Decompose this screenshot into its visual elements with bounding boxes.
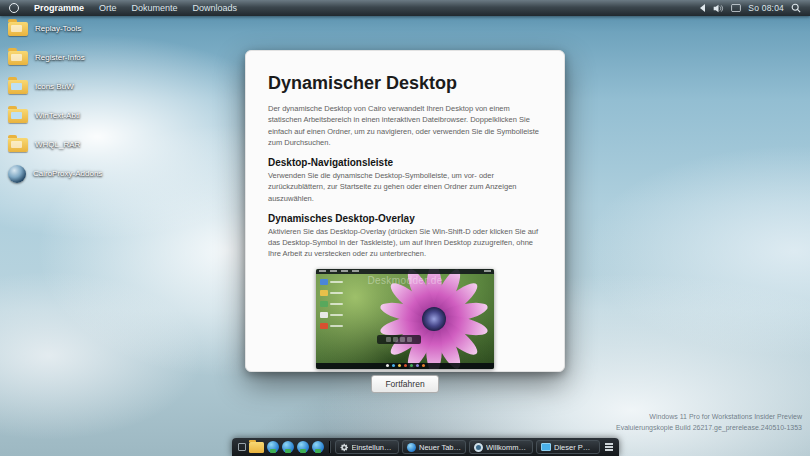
folder-icon — [8, 22, 28, 36]
continue-button[interactable]: Fortfahren — [371, 375, 438, 393]
folder-icon — [8, 51, 28, 65]
preview-taskbar — [316, 363, 494, 369]
dynamic-desktop-dialog: Dynamischer Desktop Der dynamische Deskt… — [245, 50, 565, 372]
desktop-screen: Programme Orte Dokumente Downloads So 08… — [0, 0, 810, 456]
taskbar-separator — [329, 441, 330, 453]
desktop-icon-replay-tools[interactable]: Replay-Tools — [8, 20, 102, 37]
desktop-icon-icons-buw[interactable]: Icons BuW — [8, 78, 102, 95]
menu-programme[interactable]: Programme — [34, 0, 84, 16]
show-desktop-icon[interactable] — [238, 443, 246, 451]
desktop-icon-label: CairoProxy-Addons — [33, 169, 102, 178]
preview-navigation-toolbar — [377, 335, 421, 344]
desktop-icon-cairo-addons[interactable]: CairoProxy-Addons — [8, 165, 102, 182]
cairo-menu-icon[interactable] — [9, 3, 19, 13]
computer-icon — [541, 443, 551, 451]
task-button-browser-tab[interactable]: Neuer Tab - Persö… — [402, 440, 466, 454]
preview-menu-bar — [316, 269, 494, 274]
desktop-preview-image: Deskmodder.de — [316, 269, 494, 369]
section-body-overlay: Aktivieren Sie das Desktop-Overlay (drüc… — [268, 226, 542, 260]
clock[interactable]: So 08:04 — [748, 3, 784, 13]
folder-icon — [8, 80, 28, 94]
app-icon[interactable] — [297, 441, 309, 453]
menu-dokumente[interactable]: Dokumente — [132, 0, 178, 16]
browser-tab-icon — [407, 443, 416, 452]
desktop-icon-label: WHQL_RAR — [35, 140, 80, 149]
menu-orte[interactable]: Orte — [99, 0, 117, 16]
welcome-ring-icon — [474, 443, 483, 452]
keyboard-layout-icon[interactable] — [731, 4, 741, 12]
hamburger-menu-icon[interactable] — [605, 443, 613, 451]
app-icon[interactable] — [267, 441, 279, 453]
windows-watermark: Windows 11 Pro for Workstations Insider … — [616, 412, 802, 434]
section-body-navbar: Verwenden Sie die dynamische Desktop-Sym… — [268, 170, 542, 204]
app-icon[interactable] — [312, 441, 324, 453]
desktop-icon-label: Icons BuW — [35, 82, 74, 91]
task-button-label: Willkommen zu C… — [486, 443, 528, 452]
task-button-label: Einstellungen — [352, 443, 395, 452]
section-heading-overlay: Dynamisches Desktop-Overlay — [268, 213, 542, 224]
cairo-menu-bar: Programme Orte Dokumente Downloads So 08… — [0, 0, 810, 16]
app-icon[interactable] — [282, 441, 294, 453]
dialog-title: Dynamischer Desktop — [268, 73, 542, 94]
cairo-ring-icon — [8, 165, 26, 183]
desktop-icon-column: Replay-Tools Register-Infos Icons BuW Wi… — [8, 20, 102, 182]
preview-desktop-icons — [320, 279, 343, 329]
watermark-line2: Evaluierungskopie Build 26217.ge_prerele… — [616, 423, 802, 434]
task-button-explorer[interactable]: Dieser PC - Datei… — [536, 440, 600, 454]
desktop-icon-label: Replay-Tools — [35, 24, 81, 33]
taskbar: Einstellungen Neuer Tab - Persö… Willkom… — [232, 438, 619, 456]
menu-bar-left: Programme Orte Dokumente Downloads — [9, 0, 237, 16]
task-button-settings[interactable]: Einstellungen — [335, 440, 399, 454]
search-icon[interactable] — [791, 3, 801, 13]
menu-downloads[interactable]: Downloads — [193, 0, 238, 16]
watermark-line1: Windows 11 Pro for Workstations Insider … — [616, 412, 802, 423]
desktop-icon-label: Register-Infos — [35, 53, 85, 62]
desktop-icon-label: WinText-Abtl — [35, 111, 80, 120]
gear-icon — [340, 443, 349, 452]
desktop-icon-whql-rar[interactable]: WHQL_RAR — [8, 136, 102, 153]
dialog-intro: Der dynamische Desktop von Cairo verwand… — [268, 103, 542, 148]
section-heading-navbar: Desktop-Navigationsleiste — [268, 157, 542, 168]
task-button-label: Dieser PC - Datei… — [554, 443, 595, 452]
volume-icon[interactable] — [713, 4, 724, 13]
tray-expander-icon[interactable] — [699, 4, 706, 12]
task-button-label: Neuer Tab - Persö… — [419, 443, 461, 452]
task-button-welcome[interactable]: Willkommen zu C… — [469, 440, 533, 454]
folder-icon — [8, 138, 28, 152]
folder-icon[interactable] — [249, 442, 264, 453]
desktop-icon-wintext[interactable]: WinText-Abtl — [8, 107, 102, 124]
desktop-icon-register-infos[interactable]: Register-Infos — [8, 49, 102, 66]
folder-icon — [8, 109, 28, 123]
system-tray: So 08:04 — [699, 3, 801, 13]
